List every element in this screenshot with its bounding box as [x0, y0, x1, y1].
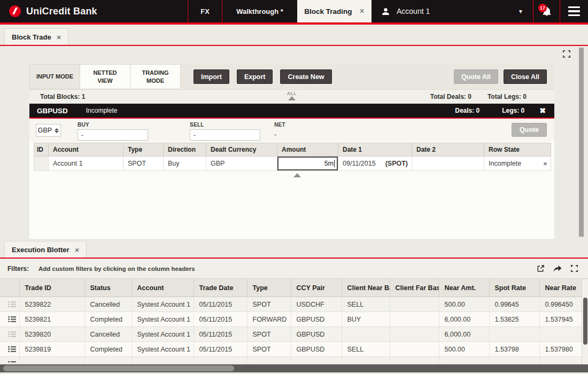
- user-icon: [381, 7, 390, 16]
- col-date2[interactable]: Date 2: [412, 143, 484, 157]
- col-row-actions: [0, 279, 19, 297]
- blotter-row-partial[interactable]: [0, 357, 588, 364]
- cell-date2[interactable]: [412, 157, 484, 171]
- close-icon[interactable]: ×: [75, 245, 80, 254]
- col-type[interactable]: Type: [247, 279, 291, 297]
- notifications-button[interactable]: 17: [533, 0, 560, 22]
- col-client-near-base[interactable]: Client Near Base: [342, 279, 390, 297]
- row-menu-icon[interactable]: [0, 312, 19, 327]
- col-date1[interactable]: Date 1: [338, 143, 412, 157]
- cell-near-rate: 0.996450: [539, 297, 588, 312]
- row-menu-icon[interactable]: [0, 342, 19, 357]
- collapse-all-control[interactable]: ALL: [287, 91, 297, 100]
- blotter-row[interactable]: 5239822CancelledSystest Account 105/11/2…: [0, 297, 588, 312]
- tab-block-trade[interactable]: Block Trade ×: [4, 28, 68, 45]
- close-icon[interactable]: ×: [359, 6, 364, 16]
- col-trade-date[interactable]: Trade Date: [194, 279, 247, 297]
- total-deals: Total Deals: 0: [430, 93, 471, 100]
- cell-near-rate: [539, 327, 588, 342]
- open-in-window-icon[interactable]: [537, 264, 545, 272]
- tab-trading-mode[interactable]: TRADING MODE: [130, 64, 181, 89]
- cell-type[interactable]: SPOT: [123, 157, 164, 171]
- row-menu-icon[interactable]: [0, 357, 19, 364]
- horizontal-scrollbar-thumb[interactable]: [3, 365, 234, 371]
- import-button[interactable]: Import: [194, 69, 229, 84]
- cell-trade-id: 5239820: [19, 327, 84, 342]
- sell-label: SELL: [190, 122, 260, 128]
- col-amount[interactable]: Amount: [277, 143, 338, 157]
- col-client-far-base[interactable]: Client Far Base: [390, 279, 439, 297]
- close-block-icon[interactable]: ✖: [539, 106, 546, 115]
- cell-ccy-pair: GBPUSD: [291, 342, 342, 357]
- vertical-scrollbar[interactable]: [579, 48, 584, 237]
- col-direction[interactable]: Direction: [164, 143, 206, 157]
- blotter-row[interactable]: 5239821CompletedSystest Account 105/11/2…: [0, 312, 588, 327]
- col-row-state[interactable]: Row State: [484, 143, 551, 157]
- blotter-row[interactable]: 5239819CompletedSystest Account 105/11/2…: [0, 342, 588, 357]
- buy-input[interactable]: [78, 129, 148, 141]
- cell-type: SPOT: [247, 297, 291, 312]
- tab-block-trading[interactable]: Block Trading ×: [297, 0, 372, 22]
- row-menu-icon[interactable]: [0, 297, 19, 312]
- tab-input-mode[interactable]: INPUT MODE: [29, 64, 80, 89]
- workspace-tab-row: Block Trade ×: [0, 25, 588, 46]
- export-button[interactable]: Export: [237, 69, 273, 84]
- notification-badge: 17: [538, 4, 547, 12]
- tab-execution-blotter[interactable]: Execution Blotter ×: [4, 241, 87, 258]
- blotter-table: Trade ID Status Account Trade Date Type …: [0, 278, 588, 363]
- cell-trade-date: 05/11/2015: [194, 327, 247, 342]
- col-status[interactable]: Status: [84, 279, 131, 297]
- sell-input[interactable]: [190, 129, 260, 141]
- fullscreen-icon[interactable]: [562, 50, 571, 60]
- horizontal-scrollbar[interactable]: [0, 364, 588, 372]
- col-id[interactable]: ID: [34, 143, 49, 157]
- share-icon[interactable]: [553, 265, 562, 272]
- filters-label: Filters:: [7, 265, 29, 272]
- blotter-body: 5239822CancelledSystest Account 105/11/2…: [0, 297, 588, 364]
- create-new-button[interactable]: Create New: [280, 69, 331, 84]
- menu-button[interactable]: [560, 0, 588, 22]
- quote-all-button[interactable]: Quote All: [454, 69, 498, 84]
- cell-account[interactable]: Account 1: [49, 157, 123, 171]
- fullscreen-icon[interactable]: [570, 264, 578, 272]
- close-icon[interactable]: ×: [57, 33, 61, 42]
- tab-fx[interactable]: FX: [188, 0, 222, 22]
- quote-button[interactable]: Quote: [512, 123, 547, 137]
- collapse-legs-arrow-icon[interactable]: [293, 173, 301, 177]
- cell-date1[interactable]: 09/11/2015(SPOT): [338, 157, 412, 171]
- account-selector[interactable]: Account 1 ▼: [372, 0, 533, 22]
- col-trade-id[interactable]: Trade ID: [19, 279, 84, 297]
- unicredit-logo-icon: [9, 5, 21, 18]
- blotter-row[interactable]: 5239820CancelledSystest Account 105/11/2…: [0, 327, 588, 342]
- net-summary-row: GBP BUY SELL NET - Quote: [29, 119, 554, 142]
- filters-bar: Filters: Add custom filters by clicking …: [0, 259, 588, 278]
- cell-row-state: Incomplete×: [484, 157, 551, 171]
- cell-trade-date: 05/11/2015: [194, 297, 247, 312]
- col-type[interactable]: Type: [123, 143, 164, 157]
- blotter-vertical-scrollbar[interactable]: [582, 279, 588, 364]
- col-near-rate[interactable]: Near Rate: [539, 279, 588, 297]
- close-all-button[interactable]: Close All: [504, 69, 547, 84]
- delete-row-icon[interactable]: ×: [543, 160, 547, 168]
- col-account[interactable]: Account: [131, 279, 194, 297]
- col-dealt-currency[interactable]: Dealt Currency: [206, 143, 277, 157]
- cell-status: Cancelled: [84, 297, 131, 312]
- cell-direction[interactable]: Buy: [164, 157, 206, 171]
- tab-walkthrough[interactable]: Walkthrough *: [222, 0, 297, 22]
- col-account[interactable]: Account: [49, 143, 123, 157]
- collapse-legs-strip: [29, 171, 554, 178]
- col-ccy-pair[interactable]: CCY Pair: [291, 279, 342, 297]
- date1-value: 09/11/2015: [343, 160, 376, 167]
- amount-input[interactable]: 5m: [277, 157, 338, 170]
- cell-trade-id: 5239822: [19, 297, 84, 312]
- currency-select[interactable]: GBP: [36, 124, 61, 137]
- col-spot-rate[interactable]: Spot Rate: [489, 279, 539, 297]
- cell-dealt-currency[interactable]: GBP: [206, 157, 277, 171]
- cell-trade-id: 5239819: [19, 342, 84, 357]
- row-menu-icon[interactable]: [0, 327, 19, 342]
- cell-spot-rate: [489, 327, 539, 342]
- collapse-all-label: ALL: [287, 91, 297, 96]
- tab-netted-view[interactable]: NETTED VIEW: [80, 64, 130, 89]
- cell-near-rate: 1.537945: [539, 312, 588, 327]
- col-near-amt[interactable]: Near Amt.: [439, 279, 489, 297]
